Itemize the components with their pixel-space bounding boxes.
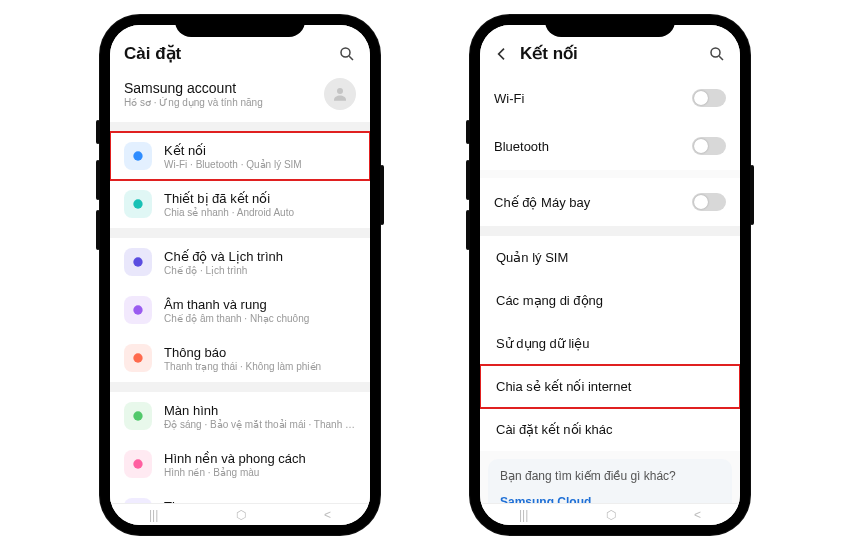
row-label: Thiết bị đã kết nối <box>164 191 356 206</box>
row-sub: Độ sáng · Bảo vệ mắt thoải mái · Thanh đ… <box>164 419 356 430</box>
android-navbar: ||| ⬡ < <box>110 503 370 525</box>
svg-point-3 <box>133 151 142 160</box>
android-navbar: ||| ⬡ < <box>480 503 740 525</box>
settings-row-display[interactable]: Màn hìnhĐộ sáng · Bảo vệ mắt thoải mái ·… <box>110 392 370 440</box>
devices-icon <box>124 190 152 218</box>
row-label: Kết nối <box>164 143 356 158</box>
toggle-label: Bluetooth <box>494 139 680 154</box>
notch <box>175 15 305 37</box>
svg-point-2 <box>337 88 343 94</box>
row-label: Âm thanh và rung <box>164 297 356 312</box>
sound-icon <box>124 296 152 324</box>
row-sub: Hình nền · Bảng màu <box>164 467 356 478</box>
row-label: Màn hình <box>164 403 356 418</box>
search-icon[interactable] <box>708 45 726 63</box>
side-button <box>96 210 100 250</box>
wifi-icon <box>124 142 152 170</box>
svg-point-7 <box>133 353 142 362</box>
settings-row-bell[interactable]: Thông báoThanh trạng thái · Không làm ph… <box>110 334 370 382</box>
screen-connections: Kết nối Wi-FiBluetoothChế độ Máy bay Quả… <box>480 25 740 525</box>
settings-row-sound[interactable]: Âm thanh và rungChế độ âm thanh · Nhạc c… <box>110 286 370 334</box>
link-row[interactable]: Sử dụng dữ liệu <box>480 322 740 365</box>
suggestions-box: Bạn đang tìm kiếm điều gì khác? Samsung … <box>488 459 732 503</box>
side-button <box>96 120 100 144</box>
row-sub: Thanh trạng thái · Không làm phiền <box>164 361 356 372</box>
row-sub: Chia sẻ nhanh · Android Auto <box>164 207 356 218</box>
nav-back-icon[interactable]: < <box>324 508 331 522</box>
svg-point-12 <box>711 48 720 57</box>
side-button <box>96 160 100 200</box>
svg-point-0 <box>341 48 350 57</box>
svg-line-13 <box>719 56 723 60</box>
side-button <box>380 165 384 225</box>
link-row[interactable]: Chia sẻ kết nối internet <box>480 365 740 408</box>
separator <box>110 382 370 392</box>
nav-recent-icon[interactable]: ||| <box>519 508 528 522</box>
nav-home-icon[interactable]: ⬡ <box>236 508 246 522</box>
svg-point-6 <box>133 305 142 314</box>
back-button[interactable] <box>494 46 514 62</box>
side-button <box>466 210 470 250</box>
bell-icon <box>124 344 152 372</box>
notch <box>545 15 675 37</box>
connections-list: Wi-FiBluetoothChế độ Máy bay Quản lý SIM… <box>480 74 740 503</box>
samsung-account-row[interactable]: Samsung account Hồ sơ · Ứng dụng và tính… <box>110 74 370 122</box>
toggle-row[interactable]: Chế độ Máy bay <box>480 178 740 226</box>
nav-home-icon[interactable]: ⬡ <box>606 508 616 522</box>
svg-point-5 <box>133 257 142 266</box>
nav-back-icon[interactable]: < <box>694 508 701 522</box>
settings-row-theme[interactable]: ThemeTheme · Hình nền · Biểu tượng <box>110 488 370 503</box>
suggestions-title: Bạn đang tìm kiếm điều gì khác? <box>500 469 720 483</box>
row-label: Hình nền và phong cách <box>164 451 356 466</box>
svg-line-1 <box>349 56 353 60</box>
toggle-row[interactable]: Bluetooth <box>480 122 740 170</box>
settings-row-devices[interactable]: Thiết bị đã kết nốiChia sẻ nhanh · Andro… <box>110 180 370 228</box>
toggle-switch[interactable] <box>692 137 726 155</box>
phone-left: Cài đặt Samsung account Hồ sơ · Ứng dụng… <box>100 15 380 535</box>
toggle-switch[interactable] <box>692 89 726 107</box>
separator <box>480 226 740 236</box>
separator <box>110 228 370 238</box>
toggle-label: Wi-Fi <box>494 91 680 106</box>
account-sub: Hồ sơ · Ứng dụng và tính năng <box>124 97 312 108</box>
toggle-switch[interactable] <box>692 193 726 211</box>
suggestion-link[interactable]: Samsung Cloud <box>500 491 720 503</box>
link-row[interactable]: Cài đặt kết nối khác <box>480 408 740 451</box>
link-row[interactable]: Quản lý SIM <box>480 236 740 279</box>
side-button <box>466 120 470 144</box>
svg-point-4 <box>133 199 142 208</box>
svg-point-8 <box>133 411 142 420</box>
link-row[interactable]: Các mạng di động <box>480 279 740 322</box>
row-sub: Wi-Fi · Bluetooth · Quản lý SIM <box>164 159 356 170</box>
side-button <box>466 160 470 200</box>
settings-list: Samsung account Hồ sơ · Ứng dụng và tính… <box>110 74 370 503</box>
settings-row-wifi[interactable]: Kết nốiWi-Fi · Bluetooth · Quản lý SIM <box>110 132 370 180</box>
row-sub: Chế độ · Lịch trình <box>164 265 356 276</box>
wallpaper-icon <box>124 450 152 478</box>
phone-right: Kết nối Wi-FiBluetoothChế độ Máy bay Quả… <box>470 15 750 535</box>
page-title: Cài đặt <box>124 43 338 64</box>
avatar-icon <box>324 78 356 110</box>
row-label: Chế độ và Lịch trình <box>164 249 356 264</box>
svg-point-9 <box>133 459 142 468</box>
row-label: Thông báo <box>164 345 356 360</box>
row-sub: Chế độ âm thanh · Nhạc chuông <box>164 313 356 324</box>
account-label: Samsung account <box>124 80 312 96</box>
toggle-label: Chế độ Máy bay <box>494 195 680 210</box>
moon-icon <box>124 248 152 276</box>
screen-settings: Cài đặt Samsung account Hồ sơ · Ứng dụng… <box>110 25 370 525</box>
nav-recent-icon[interactable]: ||| <box>149 508 158 522</box>
side-button <box>750 165 754 225</box>
settings-row-moon[interactable]: Chế độ và Lịch trìnhChế độ · Lịch trình <box>110 238 370 286</box>
separator <box>110 122 370 132</box>
display-icon <box>124 402 152 430</box>
search-icon[interactable] <box>338 45 356 63</box>
settings-row-wallpaper[interactable]: Hình nền và phong cáchHình nền · Bảng mà… <box>110 440 370 488</box>
page-title: Kết nối <box>514 43 708 64</box>
toggle-row[interactable]: Wi-Fi <box>480 74 740 122</box>
